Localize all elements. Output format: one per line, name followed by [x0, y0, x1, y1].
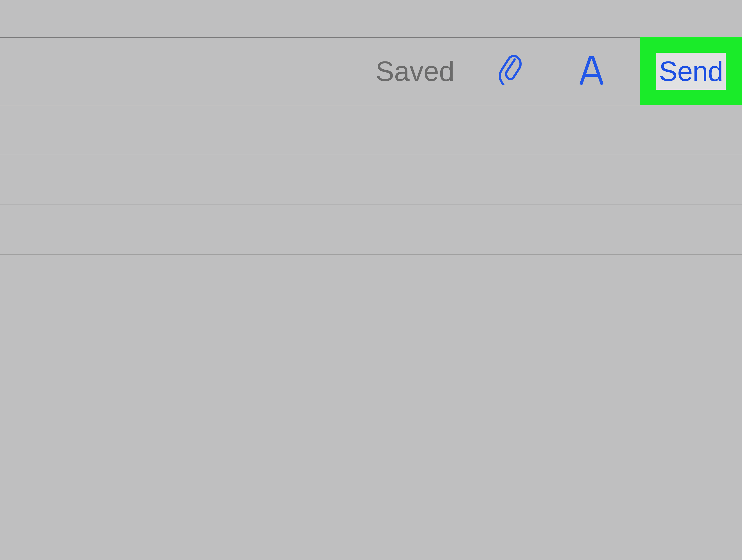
compose-field-row-1[interactable]: [0, 105, 742, 155]
attachment-button[interactable]: [494, 54, 526, 89]
compose-body-area[interactable]: [0, 255, 742, 556]
send-button-highlight: Send: [640, 37, 742, 105]
paperclip-icon: [495, 54, 525, 89]
compose-toolbar: Saved Send: [0, 38, 742, 105]
compose-field-row-2[interactable]: [0, 155, 742, 205]
font-icon: [576, 55, 606, 88]
send-button[interactable]: Send: [656, 53, 726, 90]
compose-field-row-3[interactable]: [0, 205, 742, 255]
text-format-button[interactable]: [575, 54, 607, 89]
draft-status-label: Saved: [376, 55, 455, 87]
top-spacer: [0, 0, 742, 38]
